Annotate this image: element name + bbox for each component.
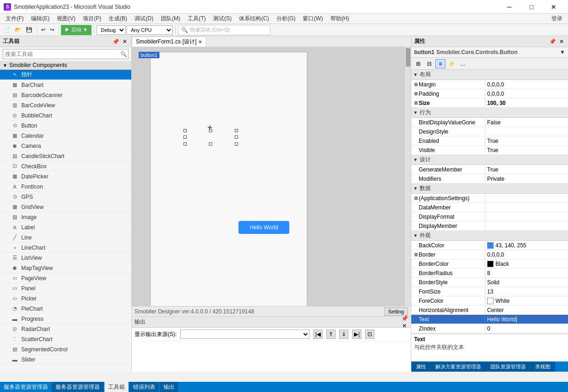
handle-ml[interactable] [183,135,187,139]
minimize-button[interactable]: ─ [499,0,520,14]
prop-row-appsettings[interactable]: ⊞ (ApplicationSettings) [411,194,568,203]
toolbox-item-listview[interactable]: ☰ ListView [0,253,131,263]
design-area[interactable]: button1 [132,47,411,306]
output-btn-4[interactable]: ▶| [352,330,361,339]
output-close-button[interactable]: ✕ [401,322,408,330]
toolbox-item-segmented[interactable]: ▤ SegmentedControl [0,344,131,355]
tb-undo[interactable]: ↩ [39,25,47,35]
prop-tb-props[interactable]: ≡ [435,59,446,68]
toolbox-item-line[interactable]: ╱ Line [0,233,131,243]
prop-bottom-tab-team[interactable]: 团队资源管理器 [486,361,531,372]
bottom-tab-errors[interactable]: 错误列表 [129,382,159,392]
tb-start[interactable]: ▶ 启动 ▼ [61,25,92,35]
prop-row-designstyle[interactable]: DesignStyle [411,127,568,136]
prop-row-visible[interactable]: Visible True [411,146,568,155]
prop-row-binddisplay[interactable]: BindDisplayValueGone False [411,118,568,127]
toolbox-item-label[interactable]: A Label [0,222,131,233]
toolbox-item-panel[interactable]: ▭ Panel [0,283,131,294]
prop-row-borderradius[interactable]: BorderRadius 8 [411,269,568,278]
prop-group-appearance[interactable]: ▼ 外观 [411,231,568,241]
prop-row-padding[interactable]: ⊞ Padding 0,0,0,0 [411,89,568,98]
toolbox-item-progress[interactable]: ▬ Progress [0,314,131,324]
toolbox-close-button[interactable]: ✕ [121,38,128,45]
menu-project[interactable]: 项目(P) [79,14,105,24]
toolbox-item-pointer[interactable]: ↖ 指针 [0,70,131,80]
output-source-dropdown[interactable] [180,330,310,339]
toolbox-item-datepicker[interactable]: ▦ DatePicker [0,172,131,182]
prop-bottom-tab-classview[interactable]: 类视图 [531,361,555,372]
prop-row-backcolor[interactable]: BackColor 43, 140, 255 [411,241,568,250]
toolbox-item-pageview[interactable]: ▭ PageView [0,273,131,283]
doc-tab-close-icon[interactable]: ✕ [198,39,202,44]
platform-dropdown[interactable]: Any CPU [127,25,173,35]
output-pin-button[interactable]: 📌 [401,315,408,322]
menu-edit[interactable]: 编辑(E) [27,14,53,24]
prop-tb-more[interactable]: … [458,59,468,68]
bottom-tab-toolbox[interactable]: 工具箱 [104,382,128,392]
toolbox-item-checkbox[interactable]: ☑ CheckBox [0,161,131,172]
handle-mr[interactable] [235,135,238,139]
menu-team[interactable]: 团队(M) [157,14,184,24]
prop-row-zindex[interactable]: ZIndex 0 [411,324,568,333]
prop-tb-events[interactable]: ⚡ [446,59,457,68]
close-button[interactable]: ✕ [543,0,564,14]
object-dropdown-arrow[interactable]: ▼ [560,49,565,55]
handle-br[interactable] [235,142,238,146]
toolbox-item-button[interactable]: ⊙ Button [0,121,131,131]
handle-tl[interactable] [183,129,187,132]
menu-login[interactable]: 登录 [548,14,566,24]
toolbox-item-barcodeview[interactable]: ▥ BarCodeView [0,100,131,110]
prop-value-text[interactable]: Hello World [485,315,568,324]
toolbox-item-radarchart[interactable]: ◎ RadarChart [0,324,131,334]
tb-search[interactable]: 🔍 快速启动 (Ctrl+Q) [178,25,270,35]
toolbox-item-barcodescanner[interactable]: ▤ BarcodeScanner [0,90,131,100]
toolbox-item-image[interactable]: ▨ Image [0,212,131,222]
prop-row-text[interactable]: Text Hello World [411,315,568,324]
toolbox-item-slider[interactable]: ▬ Slider [0,355,131,365]
toolbox-category-smobiler[interactable]: ▼ Smobiler Compopnents [0,61,131,70]
prop-bottom-tab-solution[interactable]: 解决方案资源管理器 [431,361,486,372]
properties-close-button[interactable]: ✕ [558,38,565,45]
prop-row-displayformat[interactable]: DisplayFormat [411,212,568,221]
prop-group-layout[interactable]: ▼ 布局 [411,70,568,80]
toolbox-item-scatterchart[interactable]: ⁚ ScatterChart [0,334,131,344]
button-widget[interactable]: Hello World [238,221,289,234]
prop-row-displaymember[interactable]: DisplayMember [411,221,568,231]
menu-tools[interactable]: 工具(T) [184,14,209,24]
prop-row-borderstyle[interactable]: BorderStyle Solid [411,278,568,287]
handle-tr[interactable] [235,129,238,132]
properties-pin-button[interactable]: 📌 [549,38,556,45]
prop-row-generatemember[interactable]: GenerateMember True [411,165,568,174]
menu-analyze[interactable]: 分析(G) [273,14,299,24]
toolbox-item-maptagview[interactable]: ◉ MapTagView [0,263,131,273]
toolbox-item-gps[interactable]: ⊙ GPS [0,192,131,202]
menu-file[interactable]: 文件(F) [2,14,27,24]
toolbox-item-gridview[interactable]: ▦ GridView [0,202,131,212]
tb-save[interactable]: 💾 [24,25,34,35]
prop-group-behavior[interactable]: ▼ 行为 [411,108,568,118]
prop-row-margin[interactable]: ⊞ Margin 0,0,0,0 [411,80,568,89]
bottom-tab-output[interactable]: 输出 [160,382,178,392]
menu-view[interactable]: 视图(V) [53,14,79,24]
output-btn-5[interactable]: ⊡ [365,330,374,339]
output-btn-3[interactable]: ⇓ [339,330,348,339]
toolbox-item-fonticon[interactable]: A FontIcon [0,182,131,192]
toolbox-item-candlestick[interactable]: ▤ CandleStickChart [0,151,131,161]
prop-tb-alpha[interactable]: ⊟ [424,59,434,68]
maximize-button[interactable]: □ [521,0,542,14]
menu-debug[interactable]: 调试(D) [131,14,157,24]
toolbox-item-linechart[interactable]: ≈ LineChart [0,243,131,253]
menu-test[interactable]: 测试(S) [209,14,235,24]
toolbox-item-picker[interactable]: ▭ Picker [0,294,131,304]
prop-group-design[interactable]: ▼ 设计 [411,155,568,165]
toolbox-item-calendar[interactable]: ▦ Calendar [0,131,131,141]
toolbox-search-input[interactable] [3,51,119,57]
tb-new[interactable]: 📄 [2,25,12,35]
bottom-tab-server[interactable]: 服务器资源管理器 [52,382,104,392]
debug-mode-dropdown[interactable]: Debug [97,25,126,35]
toolbox-item-piechart[interactable]: ◔ PieChart [0,304,131,314]
doc-tab-form1[interactable]: SmobilerForm1.cs [设计] ✕ [132,37,206,47]
tb-redo[interactable]: ↪ [48,25,56,35]
prop-row-border[interactable]: ⊞ Border 0,0,0,0 [411,250,568,259]
prop-group-data[interactable]: ▼ 数据 [411,184,568,194]
